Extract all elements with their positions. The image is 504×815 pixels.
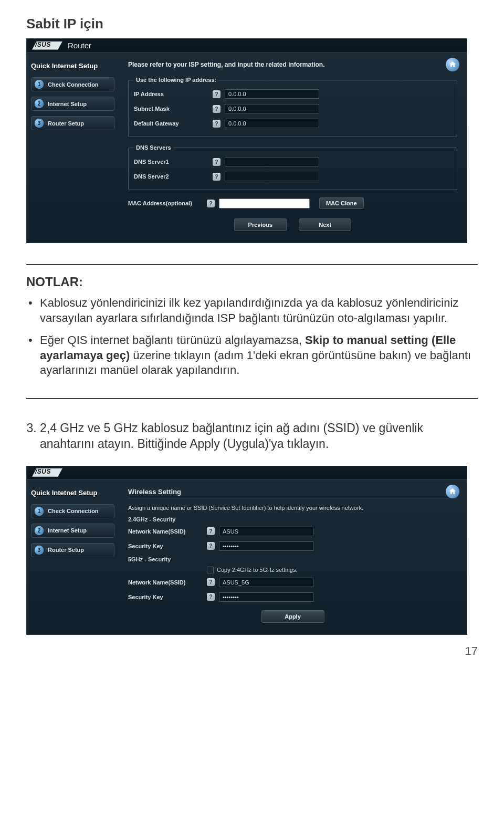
sidebar-step-2[interactable]: 2 Internet Setup (31, 524, 114, 538)
ssid24-input[interactable] (219, 527, 313, 536)
main-panel: Wireless Setting Assign a unique name or… (119, 479, 467, 634)
help-icon[interactable]: ? (207, 527, 215, 535)
ssid5-row: Network Name(SSID) ? (128, 578, 457, 587)
help-icon[interactable]: ? (213, 173, 220, 181)
apply-button[interactable]: Apply (261, 610, 324, 623)
mac-row: MAC Address(optional) ? MAC Clone (128, 197, 457, 209)
ip-fieldset: Use the following IP address: IP Address… (128, 77, 457, 137)
subnet-input[interactable] (225, 104, 319, 113)
mac-clone-button[interactable]: MAC Clone (319, 197, 364, 209)
step-badge-1: 1 (35, 80, 44, 89)
panel-instruction: Assign a unique name or SSID (Service Se… (128, 505, 457, 511)
step-badge-3: 3 (35, 119, 44, 128)
step-label: Router Setup (48, 547, 84, 553)
router-screenshot-2: Quick Intetnet Setup 1 Check Connection … (26, 466, 467, 635)
sidebar-step-3[interactable]: 3 Router Setup (31, 543, 114, 557)
sidebar-step-1[interactable]: 1 Check Connection (31, 504, 114, 518)
step-label: Internet Setup (48, 101, 87, 107)
sidebar: Quick Internet Setup 1 Check Connection … (27, 53, 119, 243)
copy-checkbox[interactable] (207, 567, 214, 573)
dns1-input[interactable] (225, 157, 319, 166)
dns-legend: DNS Servers (134, 144, 173, 151)
instruction-text: Please refer to your ISP setting, and in… (128, 61, 457, 68)
sidebar: Quick Intetnet Setup 1 Check Connection … (27, 479, 119, 634)
ssid5-input[interactable] (219, 578, 313, 587)
mac-input[interactable] (219, 198, 310, 208)
gateway-input[interactable] (225, 119, 319, 128)
asus-logo (32, 468, 62, 477)
note-item-1: Kablosuz yönlendiricinizi ilk kez yapıla… (40, 296, 478, 326)
ssid5-label: Network Name(SSID) (128, 579, 207, 586)
step-badge-2: 2 (35, 99, 44, 108)
dns2-input[interactable] (225, 172, 319, 181)
subnet-label: Subnet Mask (134, 106, 213, 112)
help-icon[interactable]: ? (213, 90, 220, 98)
step-badge-2: 2 (35, 526, 44, 535)
router-titlebar: Router (27, 39, 467, 53)
sidebar-step-2[interactable]: 2 Internet Setup (31, 97, 114, 111)
key24-row: Security Key ? (128, 541, 457, 551)
home-icon[interactable] (446, 58, 459, 71)
apply-row: Apply (128, 610, 457, 623)
page-number: 17 (26, 644, 478, 658)
ip-address-label: IP Address (134, 91, 213, 97)
sidebar-heading: Quick Internet Setup (31, 62, 114, 70)
mac-label: MAC Address(optional) (128, 200, 207, 206)
help-icon[interactable]: ? (213, 120, 220, 128)
gateway-label: Default Gateway (134, 120, 213, 127)
step-label: Router Setup (48, 120, 84, 127)
ip-address-input[interactable] (225, 89, 319, 99)
step-badge-3: 3 (35, 546, 44, 555)
asus-logo (32, 41, 62, 50)
dns1-label: DNS Server1 (134, 159, 213, 165)
key5-label: Security Key (128, 594, 207, 600)
panel-title: Wireless Setting (128, 488, 457, 496)
nav-buttons: Previous Next (128, 218, 457, 231)
separator (128, 498, 457, 498)
next-button[interactable]: Next (299, 218, 351, 231)
note-item-2: Eğer QIS internet bağlantı türünüzü algı… (40, 333, 478, 378)
copy-label: Copy 2.4GHz to 5GHz settings. (217, 567, 297, 573)
step-3-text: 2,4 GHz ve 5 GHz kablosuz bağlantınız iç… (40, 420, 478, 452)
key5-input[interactable] (219, 592, 313, 602)
help-icon[interactable]: ? (213, 158, 220, 166)
step-list: 2,4 GHz ve 5 GHz kablosuz bağlantınız iç… (40, 420, 478, 452)
help-icon[interactable]: ? (207, 593, 215, 601)
key5-row: Security Key ? (128, 592, 457, 602)
help-icon[interactable]: ? (207, 578, 215, 586)
sidebar-step-3[interactable]: 3 Router Setup (31, 116, 114, 130)
previous-button[interactable]: Previous (234, 218, 287, 231)
router-screenshot-1: Router Quick Internet Setup 1 Check Conn… (26, 38, 467, 243)
router-titlebar (27, 466, 467, 479)
sidebar-step-1[interactable]: 1 Check Connection (31, 77, 114, 91)
subnet-row: Subnet Mask ? (134, 104, 452, 113)
copy-row: Copy 2.4GHz to 5GHz settings. (207, 567, 457, 573)
sidebar-heading: Quick Intetnet Setup (31, 489, 114, 497)
section-24ghz-heading: 2.4GHz - Security (128, 516, 457, 523)
ssid24-label: Network Name(SSID) (128, 528, 207, 535)
main-panel: Please refer to your ISP setting, and in… (119, 53, 467, 243)
product-name: Router (68, 41, 91, 50)
step-label: Internet Setup (48, 527, 87, 534)
dns2-row: DNS Server2 ? (134, 172, 452, 181)
gateway-row: Default Gateway ? (134, 119, 452, 128)
help-icon[interactable]: ? (213, 105, 220, 113)
help-icon[interactable]: ? (207, 200, 215, 207)
ssid24-row: Network Name(SSID) ? (128, 527, 457, 536)
section-title: Sabit IP için (26, 16, 478, 32)
ip-legend: Use the following IP address: (134, 77, 218, 83)
dns-fieldset: DNS Servers DNS Server1 ? DNS Server2 ? (128, 144, 457, 190)
step-label: Check Connection (48, 508, 99, 514)
help-icon[interactable]: ? (207, 542, 215, 550)
dns2-label: DNS Server2 (134, 173, 213, 180)
home-icon[interactable] (446, 485, 459, 498)
section-5ghz-heading: 5GHz - Security (128, 556, 457, 562)
step-label: Check Connection (48, 81, 99, 88)
key24-label: Security Key (128, 543, 207, 549)
notes-heading: NOTLAR: (26, 275, 478, 289)
dns1-row: DNS Server1 ? (134, 157, 452, 166)
key24-input[interactable] (219, 541, 313, 551)
step-badge-1: 1 (35, 507, 44, 516)
notes-box: NOTLAR: Kablosuz yönlendiricinizi ilk ke… (26, 264, 478, 399)
ip-address-row: IP Address ? (134, 89, 452, 99)
